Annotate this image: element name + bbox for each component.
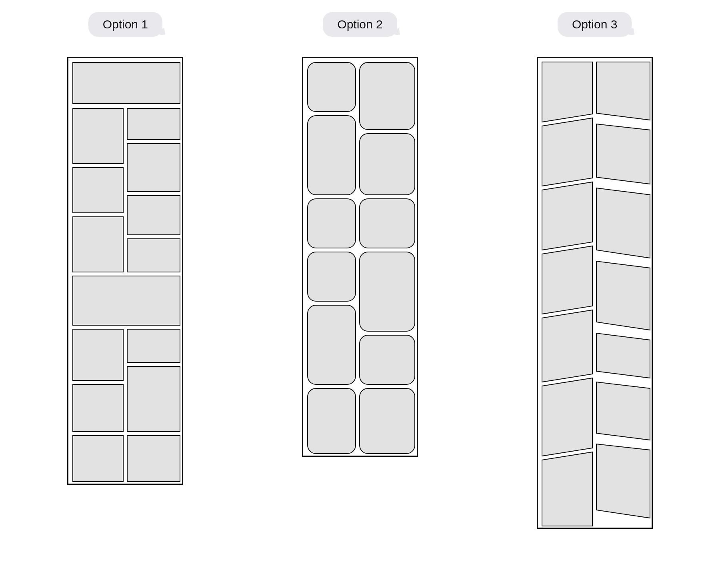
layout-tile bbox=[307, 198, 356, 248]
layout-tile bbox=[127, 143, 180, 192]
layout-tile bbox=[359, 133, 415, 195]
layout-tile bbox=[127, 195, 180, 235]
layout-tile bbox=[307, 115, 356, 195]
layout-tile bbox=[307, 388, 356, 454]
option-label-2: Option 2 bbox=[323, 12, 397, 37]
layout-tile bbox=[72, 435, 124, 482]
layout-tile bbox=[542, 452, 592, 526]
option-column-3: Option 3 bbox=[493, 12, 696, 529]
option-column-1: Option 1 bbox=[24, 12, 227, 485]
layout-tile bbox=[596, 261, 650, 330]
layout-tile bbox=[72, 216, 124, 272]
layout-tile bbox=[542, 118, 592, 186]
layout-tile bbox=[542, 246, 592, 314]
layout-tile bbox=[307, 62, 356, 112]
layout-tile bbox=[72, 108, 124, 164]
layout-tile bbox=[596, 62, 650, 120]
layout-tile bbox=[359, 335, 415, 385]
layout-tile bbox=[596, 124, 650, 184]
layout-tile bbox=[72, 62, 180, 104]
layout-tile bbox=[359, 252, 415, 332]
layout-tile bbox=[72, 167, 124, 213]
layout-tile bbox=[127, 238, 180, 272]
layout-tile bbox=[307, 305, 356, 385]
layout-tile bbox=[359, 198, 415, 248]
layout-tile bbox=[359, 62, 415, 130]
options-comparison: Option 1 Option 2 Option 3 bbox=[0, 0, 720, 541]
layout-tile bbox=[127, 435, 180, 482]
option-label-3: Option 3 bbox=[558, 12, 632, 37]
layout-svg bbox=[538, 58, 654, 530]
option-label-1: Option 1 bbox=[88, 12, 162, 37]
layout-frame-2 bbox=[302, 57, 418, 457]
layout-tile bbox=[127, 366, 180, 432]
layout-tile bbox=[72, 276, 180, 326]
layout-tile bbox=[72, 329, 124, 381]
option-column-2: Option 2 bbox=[259, 12, 462, 457]
layout-tile bbox=[542, 182, 592, 250]
layout-tile bbox=[307, 252, 356, 302]
layout-tile bbox=[127, 329, 180, 363]
layout-tile bbox=[127, 108, 180, 140]
layout-tile bbox=[72, 384, 124, 432]
layout-tile bbox=[542, 62, 592, 122]
layout-tile bbox=[542, 378, 592, 456]
layout-tile bbox=[596, 188, 650, 258]
layout-tile bbox=[596, 333, 650, 378]
layout-tile bbox=[596, 444, 650, 518]
layout-tile bbox=[542, 310, 592, 382]
layout-tile bbox=[596, 382, 650, 440]
layout-tile bbox=[359, 388, 415, 454]
layout-frame-3 bbox=[537, 57, 653, 529]
layout-frame-1 bbox=[67, 57, 183, 485]
